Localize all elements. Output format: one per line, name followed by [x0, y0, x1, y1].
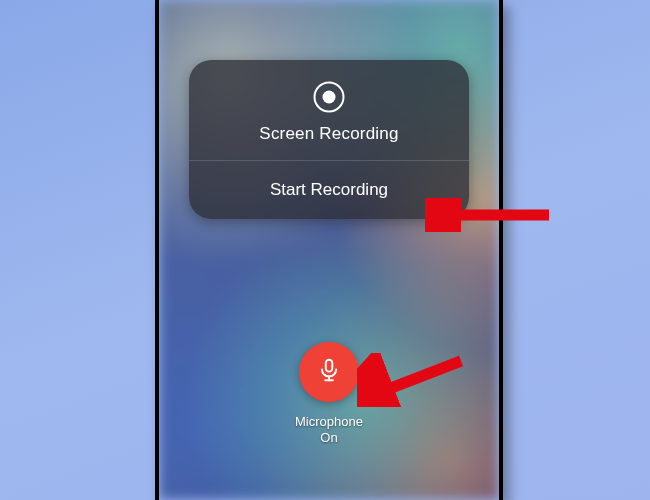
svg-rect-2	[326, 359, 333, 371]
microphone-status: On	[320, 430, 337, 446]
panel-header: Screen Recording	[189, 60, 469, 160]
start-recording-button[interactable]: Start Recording	[189, 161, 469, 219]
record-icon	[312, 80, 346, 114]
microphone-label: Microphone	[295, 414, 363, 430]
screen-recording-panel: Screen Recording Start Recording	[189, 60, 469, 219]
phone-frame: Screen Recording Start Recording Microph…	[155, 0, 503, 500]
panel-title: Screen Recording	[259, 124, 398, 144]
microphone-icon	[316, 357, 342, 387]
page-background: Screen Recording Start Recording Microph…	[0, 0, 650, 500]
microphone-section: Microphone On	[295, 342, 363, 447]
microphone-toggle-button[interactable]	[299, 342, 359, 402]
svg-point-1	[323, 91, 336, 104]
